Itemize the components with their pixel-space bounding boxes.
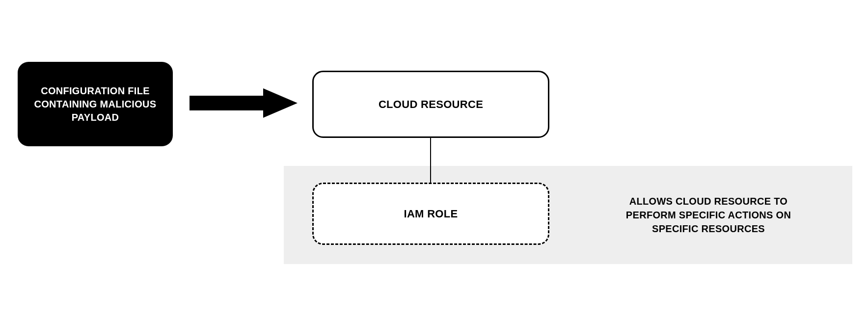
node-config-file: CONFIGURATION FILE CONTAINING MALICIOUS … bbox=[18, 62, 173, 146]
node-iam-role-label: IAM ROLE bbox=[404, 207, 458, 221]
node-iam-role: IAM ROLE bbox=[312, 183, 549, 245]
node-cloud-resource-label: CLOUD RESOURCE bbox=[379, 97, 483, 112]
node-config-file-label: CONFIGURATION FILE CONTAINING MALICIOUS … bbox=[31, 84, 159, 124]
svg-marker-0 bbox=[190, 88, 298, 118]
arrow-right-icon bbox=[190, 88, 298, 118]
node-cloud-resource: CLOUD RESOURCE bbox=[312, 71, 549, 138]
connector-cloud-to-iam bbox=[430, 138, 431, 183]
diagram-canvas: CONFIGURATION FILE CONTAINING MALICIOUS … bbox=[0, 0, 868, 320]
arrow-config-to-cloud bbox=[190, 88, 298, 118]
iam-description-text: ALLOWS CLOUD RESOURCE TO PERFORM SPECIFI… bbox=[605, 194, 812, 236]
